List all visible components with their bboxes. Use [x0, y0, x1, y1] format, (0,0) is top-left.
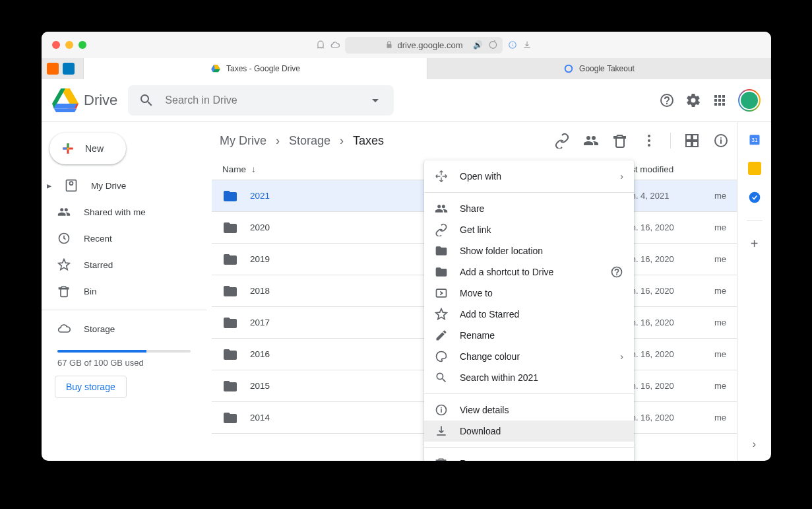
file-date: Jan. 16, 2020 [622, 318, 714, 327]
apps-icon[interactable] [712, 92, 728, 108]
calendar-icon[interactable]: 31 [748, 133, 761, 146]
file-owner: me [714, 381, 726, 391]
folder-icon [435, 244, 448, 257]
bookmark-2[interactable] [63, 63, 75, 75]
ctx-label: Open with [460, 171, 501, 182]
ctx-label: Move to [460, 288, 493, 298]
column-modified[interactable]: Last modified [621, 164, 726, 174]
file-owner: me [714, 222, 726, 232]
search-icon [139, 92, 154, 108]
file-date: Jan. 16, 2020 [622, 381, 714, 391]
ctx-trash[interactable]: Remove [424, 453, 634, 461]
new-label: New [85, 143, 104, 154]
bin-icon [57, 285, 71, 298]
settings-icon[interactable] [685, 92, 701, 108]
open-icon [435, 170, 448, 183]
trash-icon[interactable] [612, 133, 628, 149]
close-window-button[interactable] [52, 41, 60, 49]
search-input[interactable] [165, 94, 356, 106]
bookmark-1[interactable] [47, 63, 59, 75]
column-name[interactable]: Name [222, 164, 246, 174]
sidebar-item-bin[interactable]: Bin [42, 278, 199, 304]
mydrive-icon [65, 179, 78, 192]
account-avatar[interactable] [738, 89, 761, 112]
ctx-color[interactable]: Change colour› [424, 346, 634, 367]
tasks-icon[interactable] [748, 191, 761, 204]
ctx-share[interactable]: Share [424, 198, 634, 219]
ctx-search[interactable]: Search within 2021 [424, 367, 634, 388]
ctx-star[interactable]: Add to Starred [424, 304, 634, 325]
breadcrumb-0[interactable]: My Drive [216, 131, 270, 151]
tab-takeout[interactable]: Google Takeout [427, 58, 771, 79]
shortcut-icon [435, 265, 448, 279]
trash-icon [435, 457, 448, 461]
password-manager-icon[interactable]: 1 [508, 40, 517, 50]
ctx-label: Rename [460, 330, 495, 341]
rename-icon [435, 329, 448, 342]
storage-bar [57, 350, 191, 353]
download-icon [435, 424, 448, 438]
ctx-link[interactable]: Get link [424, 219, 634, 240]
ghost-icon[interactable] [316, 40, 325, 50]
cloud-icon[interactable] [330, 40, 340, 50]
app-header: Drive [42, 79, 771, 121]
file-date: Jan. 16, 2020 [622, 222, 714, 232]
help-icon[interactable] [659, 92, 675, 108]
buy-storage-button[interactable]: Buy storage [55, 376, 127, 398]
help-icon[interactable] [610, 265, 623, 279]
audio-icon[interactable]: 🔊 [473, 40, 483, 50]
sidebar-item-recent[interactable]: Recent [42, 225, 199, 252]
keep-icon[interactable] [748, 162, 761, 175]
file-date: Jan. 4, 2021 [622, 191, 714, 201]
file-date: Jan. 16, 2020 [622, 349, 714, 359]
url-bar[interactable]: drive.google.com 🔊 [345, 37, 503, 53]
drive-logo[interactable]: Drive [52, 88, 117, 112]
more-icon[interactable] [641, 133, 657, 149]
ctx-rename[interactable]: Rename [424, 325, 634, 346]
submenu-icon: › [620, 171, 623, 182]
sidebar-item-shared[interactable]: Shared with me [42, 199, 199, 225]
url-text: drive.google.com [398, 40, 463, 50]
ctx-label: Share [460, 203, 484, 214]
sort-arrow-icon[interactable]: ↓ [251, 164, 256, 174]
move-icon [435, 287, 448, 300]
ctx-info[interactable]: View details [424, 399, 634, 421]
minimize-window-button[interactable] [65, 41, 73, 49]
collapse-rail-icon[interactable]: › [753, 438, 756, 450]
share-icon [435, 202, 448, 215]
new-button[interactable]: New [49, 133, 126, 164]
reload-icon[interactable] [488, 40, 497, 50]
add-addon-icon[interactable]: + [751, 236, 759, 252]
maximize-window-button[interactable] [78, 41, 86, 49]
info-icon[interactable] [713, 133, 729, 149]
search-box[interactable] [128, 85, 393, 116]
downloads-icon[interactable] [522, 40, 532, 50]
sidebar-item-starred[interactable]: Starred [42, 252, 199, 278]
ctx-label: Add to Starred [460, 309, 519, 320]
grid-view-icon[interactable] [684, 133, 700, 149]
folder-icon [222, 283, 238, 299]
link-icon[interactable] [554, 133, 570, 149]
plus-icon [59, 139, 77, 158]
context-menu: Open with›ShareGet linkShow folder locat… [424, 160, 634, 461]
browser-tabs: Taxes - Google Drive Google Takeout [42, 58, 771, 79]
share-icon[interactable] [583, 133, 599, 149]
ctx-label: Search within 2021 [460, 372, 538, 383]
ctx-shortcut[interactable]: Add a shortcut to Drive [424, 261, 634, 283]
ctx-open[interactable]: Open with› [424, 166, 634, 187]
search-dropdown-icon[interactable] [367, 92, 383, 108]
ctx-download[interactable]: Download [424, 421, 634, 442]
ctx-folder[interactable]: Show folder location [424, 240, 634, 261]
sidebar-item-storage[interactable]: Storage [42, 316, 199, 342]
sidebar-item-mydrive[interactable]: ▸ My Drive [42, 172, 199, 199]
ctx-move[interactable]: Move to [424, 283, 634, 304]
app-name: Drive [84, 92, 117, 109]
file-owner: me [714, 254, 726, 264]
tab-drive[interactable]: Taxes - Google Drive [84, 58, 427, 79]
svg-rect-6 [387, 44, 391, 48]
file-date: Jan. 16, 2020 [622, 254, 714, 264]
ctx-label: Remove [460, 458, 494, 461]
breadcrumb-2[interactable]: Taxes [349, 131, 388, 151]
svg-text:31: 31 [751, 137, 758, 143]
breadcrumb-1[interactable]: Storage [285, 131, 334, 151]
